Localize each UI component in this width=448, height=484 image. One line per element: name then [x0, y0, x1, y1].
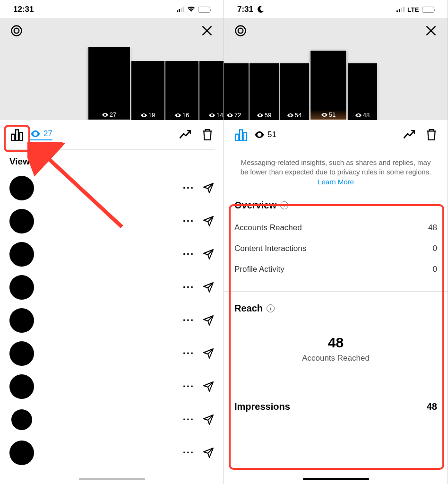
avatar[interactable]	[9, 374, 34, 399]
story-thumbnails[interactable]: 27 19 16 14	[0, 47, 224, 120]
send-icon[interactable]	[203, 381, 214, 392]
viewers-title: Viewers	[0, 150, 224, 172]
learn-more-link[interactable]: Learn More	[318, 178, 354, 186]
settings-gear-icon[interactable]	[9, 24, 24, 38]
annotation-highlight	[4, 125, 30, 152]
svg-rect-8	[240, 130, 242, 141]
avatar[interactable]	[9, 308, 34, 333]
phone-left: 12:31 27 19 16 14 27	[0, 0, 224, 484]
send-icon[interactable]	[203, 182, 214, 194]
settings-gear-icon[interactable]	[233, 24, 248, 38]
more-icon[interactable]: ···	[183, 314, 194, 327]
activity-icon[interactable]	[179, 130, 191, 140]
more-icon[interactable]: ···	[183, 248, 194, 260]
svg-point-0	[12, 26, 22, 36]
viewer-row: ···	[9, 304, 214, 337]
svg-point-6	[238, 28, 243, 34]
story-thumb[interactable]: 48	[348, 63, 377, 120]
send-icon[interactable]	[203, 249, 214, 260]
insights-chart-icon[interactable]	[234, 129, 248, 141]
story-toolbar: 27	[0, 120, 224, 149]
story-thumbnails[interactable]: 72 59 54 51 48	[224, 47, 448, 120]
status-bar: 12:31	[0, 0, 224, 18]
svg-rect-7	[235, 134, 238, 141]
story-thumb[interactable]: 59	[250, 63, 279, 120]
avatar[interactable]	[9, 242, 34, 267]
close-icon[interactable]	[424, 24, 438, 38]
status-time: 7:31	[237, 5, 253, 14]
more-icon[interactable]: ···	[183, 281, 194, 294]
more-icon[interactable]: ···	[183, 182, 194, 194]
story-thumb[interactable]: 72	[224, 63, 249, 120]
battery-icon	[198, 7, 210, 13]
story-header: 72 59 54 51 48	[224, 18, 448, 120]
viewer-row: ···	[9, 238, 214, 271]
viewer-row: ···	[9, 205, 214, 238]
avatar[interactable]	[9, 275, 34, 300]
svg-point-5	[236, 26, 246, 36]
viewer-row: ···	[9, 337, 214, 370]
more-icon[interactable]: ···	[183, 380, 194, 393]
svg-rect-9	[244, 132, 247, 141]
avatar[interactable]	[9, 209, 34, 233]
send-icon[interactable]	[203, 282, 214, 293]
send-icon[interactable]	[203, 315, 214, 326]
send-icon[interactable]	[203, 348, 214, 359]
eye-icon	[254, 131, 265, 138]
story-thumb[interactable]: 51	[310, 50, 347, 120]
delete-icon[interactable]	[426, 129, 437, 141]
story-thumb[interactable]: 19	[131, 61, 164, 120]
delete-icon[interactable]	[202, 129, 213, 141]
send-icon[interactable]	[203, 216, 214, 227]
story-toolbar: 51	[224, 120, 448, 149]
more-icon[interactable]: ···	[183, 347, 194, 360]
story-header: 27 19 16 14	[0, 18, 224, 120]
views-tab[interactable]: 27	[30, 129, 52, 140]
home-indicator	[303, 478, 369, 480]
story-thumb[interactable]: 14	[199, 61, 224, 120]
wifi-icon	[187, 7, 195, 12]
story-thumb[interactable]: 54	[280, 63, 309, 120]
more-icon[interactable]: ···	[183, 447, 194, 459]
viewer-row: ···	[9, 436, 214, 469]
home-indicator	[79, 478, 145, 480]
story-thumb[interactable]: 16	[165, 61, 198, 120]
viewer-row: ···	[9, 271, 214, 304]
more-icon[interactable]: ···	[183, 215, 194, 227]
signal-icon	[396, 7, 405, 12]
activity-icon[interactable]	[403, 130, 415, 140]
avatar[interactable]	[9, 441, 34, 465]
send-icon[interactable]	[203, 414, 214, 425]
status-bar: 7:31 LTE	[224, 0, 448, 18]
avatar[interactable]	[9, 407, 34, 432]
viewer-row: ···	[9, 172, 214, 205]
viewer-row: ···	[9, 403, 214, 436]
views-tab[interactable]: 51	[254, 130, 276, 139]
privacy-notice: Messaging-related insights, such as shar…	[224, 149, 448, 193]
eye-icon	[30, 130, 41, 137]
avatar[interactable]	[9, 341, 34, 366]
svg-point-1	[14, 28, 19, 34]
dnd-moon-icon	[256, 5, 265, 14]
more-icon[interactable]: ···	[183, 414, 194, 426]
close-icon[interactable]	[200, 24, 214, 38]
status-time: 12:31	[13, 5, 34, 14]
network-label: LTE	[407, 6, 419, 13]
avatar[interactable]	[9, 176, 34, 200]
story-thumb[interactable]: 27	[88, 47, 130, 120]
annotation-highlight	[229, 204, 444, 470]
signal-icon	[177, 7, 185, 12]
battery-icon	[422, 7, 434, 13]
send-icon[interactable]	[203, 447, 214, 458]
viewer-row: ···	[9, 370, 214, 403]
viewer-list[interactable]: ··· ··· ··· ··· ··· ··· ··· ··· ···	[0, 172, 224, 469]
